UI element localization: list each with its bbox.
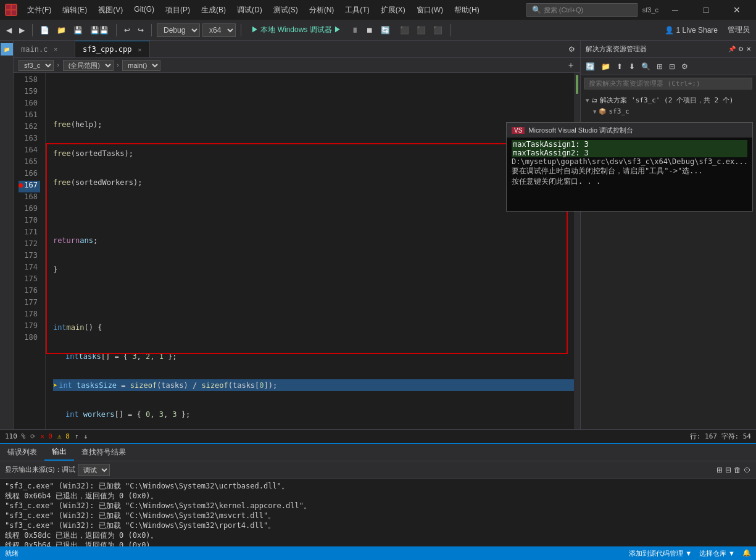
solution-explorer-search-input[interactable] — [584, 78, 752, 89]
step-out-button[interactable]: ⬛ — [431, 25, 445, 36]
status-bell-icon[interactable]: 🔔 — [742, 549, 751, 558]
error-count: ✕ 0 — [40, 432, 52, 440]
manage-button[interactable]: 管理员 — [725, 23, 752, 36]
sidebar-settings-button[interactable]: ⚙ — [738, 46, 744, 52]
code-line-161 — [53, 205, 574, 217]
menu-tools[interactable]: 工具(T) — [340, 4, 374, 17]
debug-line-5: 按任意键关闭此窗口. . . — [512, 176, 747, 187]
platform-dropdown[interactable]: x64 — [202, 23, 236, 37]
se-toolbar-btn-3[interactable]: ⬆ — [614, 61, 625, 72]
menu-analyze[interactable]: 分析(N) — [304, 4, 339, 17]
output-toolbar-btn-1[interactable]: ⊞ — [717, 466, 723, 474]
menu-build[interactable]: 生成(B) — [196, 4, 231, 17]
sidebar-pin-button[interactable]: 📌 — [728, 46, 736, 52]
sidebar-close-button[interactable]: ✕ — [746, 46, 751, 52]
output-toolbar-btn-2[interactable]: ⊟ — [725, 466, 731, 474]
restart-button[interactable]: 🔄 — [378, 25, 393, 36]
menu-test[interactable]: 测试(S) — [268, 4, 303, 17]
debug-line-3: D:\mysetup\gopath\src\dsv\sf3_c\x64\Debu… — [512, 157, 747, 166]
output-wrap-button[interactable]: ⏲ — [744, 466, 751, 474]
save-button[interactable]: 💾 — [71, 25, 85, 36]
output-content[interactable]: "sf3_c.exe" (Win32): 已加载 "C:\Windows\Sys… — [0, 479, 756, 546]
run-debugger-button[interactable]: ▶ 本地 Windows 调试器 ▶ — [246, 23, 346, 36]
solution-root-item[interactable]: ▼ 🗂 解决方案 'sf3_c' (2 个项目，共 2 个) — [583, 94, 754, 106]
status-right: 添加到源代码管理 ▼ 选择仓库 ▼ 🔔 — [629, 549, 751, 558]
menu-git[interactable]: Git(G) — [129, 4, 159, 17]
code-content[interactable]: free(help); free(sortedTasks); free(sort… — [46, 73, 574, 429]
activity-explorer[interactable]: 📁 — [1, 43, 13, 56]
nav-up-icon[interactable]: ↑ — [75, 432, 79, 440]
live-share-label: 1 Live Share — [676, 26, 718, 35]
code-line-168: int workers[] = { 0, 3, 3 }; — [53, 408, 574, 420]
se-toolbar-btn-1[interactable]: 🔄 — [583, 61, 597, 72]
step-over-button[interactable]: ⬛ — [397, 25, 412, 36]
zoom-level: 110 % — [5, 432, 25, 440]
menu-help[interactable]: 帮助(H) — [449, 4, 484, 17]
git-add-button[interactable]: 添加到源代码管理 ▼ — [629, 549, 692, 558]
menu-edit[interactable]: 编辑(E) — [57, 4, 92, 17]
new-file-button[interactable]: 📄 — [38, 25, 52, 36]
output-clear-button[interactable]: 🗑 — [734, 466, 741, 474]
solution-explorer-toolbar: 🔄 📁 ⬆ ⬇ 🔍 ⊞ ⊟ ⚙ — [581, 58, 756, 75]
se-toolbar-btn-5[interactable]: 🔍 — [639, 61, 653, 72]
undo-button[interactable]: ↩ — [122, 25, 133, 36]
se-settings-button[interactable]: ⚙ — [679, 61, 691, 72]
tab-main-c[interactable]: main.c ✕ — [14, 41, 75, 57]
line-numbers: 158 159 160 161 162 163 164 165 166 ●167… — [14, 73, 46, 429]
nav-down-icon[interactable]: ↓ — [84, 432, 88, 440]
se-toolbar-btn-4[interactable]: ⬇ — [626, 61, 638, 72]
menu-file[interactable]: 文件(F) — [22, 4, 56, 17]
debug-console-title: VS Microsoft Visual Studio 调试控制台 — [507, 123, 752, 138]
git-select-button[interactable]: 选择仓库 ▼ — [699, 549, 735, 558]
tab-find-results[interactable]: 查找符号结果 — [74, 444, 133, 461]
close-button[interactable]: ✕ — [723, 0, 751, 20]
svg-rect-3 — [12, 10, 16, 15]
pause-button[interactable]: ⏸ — [349, 25, 361, 36]
split-editor-button[interactable]: ⚙ — [568, 45, 575, 54]
open-file-button[interactable]: 📁 — [54, 25, 69, 36]
tab-sf3-cpp-close[interactable]: ✕ — [138, 46, 141, 53]
minimize-button[interactable]: ─ — [661, 0, 689, 20]
breadcrumb-function-dropdown[interactable]: main() — [122, 60, 160, 71]
menu-view[interactable]: 视图(V) — [93, 4, 128, 17]
code-line-167: ➤ int tasksSize = sizeof(tasks) / sizeof… — [53, 379, 574, 391]
app-title: sf3_c — [642, 6, 658, 14]
svg-rect-0 — [6, 5, 10, 9]
tab-output[interactable]: 输出 — [44, 444, 74, 461]
se-toolbar-btn-7[interactable]: ⊟ — [667, 61, 678, 72]
solution-project-item[interactable]: ▼ 📦 sf3_c — [583, 106, 754, 117]
menu-window[interactable]: 窗口(W) — [412, 4, 448, 17]
breadcrumb-scope-dropdown[interactable]: (全局范围) — [63, 60, 114, 71]
output-source-select[interactable]: 调试 — [78, 464, 110, 476]
code-line-160: free(sortedWorkers); — [53, 176, 574, 188]
code-line-166: int tasks[] = { 3, 2, 1 }; — [53, 350, 574, 362]
step-into-button[interactable]: ⬛ — [414, 25, 428, 36]
menu-extensions[interactable]: 扩展(X) — [376, 4, 410, 17]
maximize-button[interactable]: □ — [692, 0, 720, 20]
output-source-label: 显示输出来源(S)：调试 — [5, 465, 75, 474]
live-share-button[interactable]: 👤 1 Live Share — [660, 25, 723, 36]
forward-button[interactable]: ▶ — [17, 25, 27, 36]
menu-debug[interactable]: 调试(D) — [232, 4, 267, 17]
tab-sf3-cpp[interactable]: sf3_cpp.cpp ✕ — [75, 41, 150, 57]
solution-explorer-header: 解决方案资源管理器 📌 ⚙ ✕ — [581, 41, 756, 58]
se-toolbar-btn-6[interactable]: ⊞ — [654, 61, 665, 72]
title-search[interactable]: 搜索 (Ctrl+Q) — [544, 6, 583, 15]
save-all-button[interactable]: 💾💾 — [88, 25, 111, 36]
se-toolbar-btn-2[interactable]: 📁 — [599, 61, 613, 72]
output-line-2: 线程 0x66b4 已退出，返回值为 0 (0x0)。 — [5, 491, 751, 501]
window-controls: ─ □ ✕ — [661, 0, 751, 20]
breadcrumb-project-dropdown[interactable]: sf3_c — [19, 60, 54, 71]
zoom-reset-button[interactable]: ⟳ — [30, 433, 35, 440]
debug-line-4: 要在调试停止时自动关闭控制台，请启用"工具"->"选... — [512, 166, 747, 176]
redo-button[interactable]: ↪ — [135, 25, 146, 36]
menu-project[interactable]: 项目(P) — [160, 4, 195, 17]
solution-icon: 🗂 — [591, 97, 597, 104]
solution-explorer-title: 解决方案资源管理器 — [586, 44, 647, 54]
tab-main-c-close[interactable]: ✕ — [54, 46, 57, 52]
add-code-button[interactable]: ＋ — [567, 60, 575, 71]
tab-error-list[interactable]: 错误列表 — [0, 444, 44, 461]
stop-button[interactable]: ⏹ — [363, 25, 376, 36]
back-button[interactable]: ◀ — [4, 25, 14, 36]
build-config-dropdown[interactable]: Debug — [157, 23, 200, 37]
